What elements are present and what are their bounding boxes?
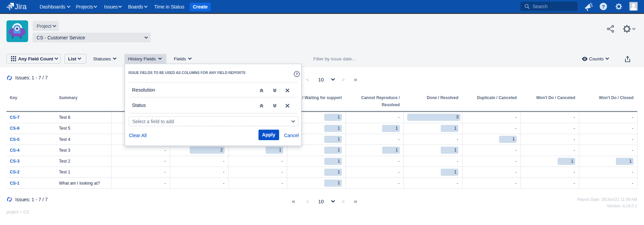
svg-text:?: ? (602, 4, 605, 10)
svg-text:?: ? (295, 72, 298, 76)
